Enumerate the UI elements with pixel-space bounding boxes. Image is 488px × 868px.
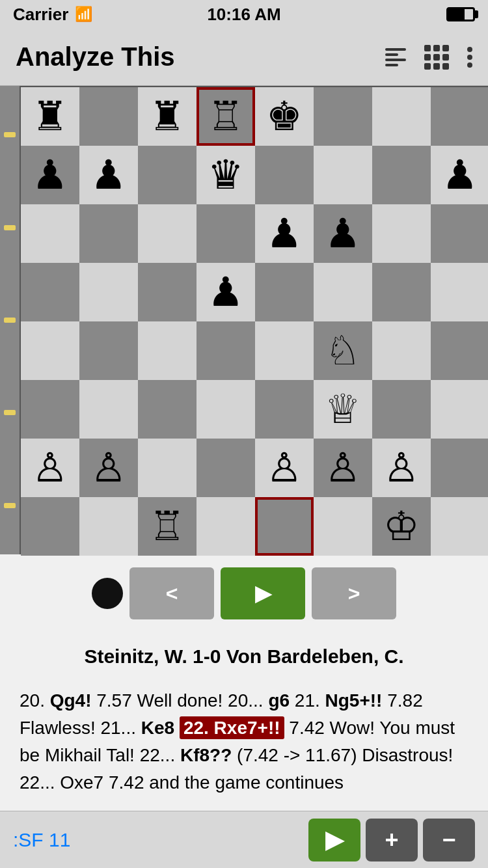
piece-f6: ♟ <box>325 213 361 254</box>
cell-d3[interactable] <box>197 380 255 439</box>
cell-g1[interactable]: ♔ <box>372 497 431 556</box>
cell-c4[interactable] <box>138 321 197 380</box>
cell-c5[interactable] <box>138 263 197 321</box>
grid-view-button[interactable] <box>424 45 449 70</box>
cell-e2[interactable]: ♙ <box>255 439 314 497</box>
cell-e6[interactable]: ♟ <box>255 204 314 263</box>
sidebar-mark-3 <box>4 318 16 323</box>
cell-d5[interactable]: ♟ <box>197 263 255 321</box>
cell-a2[interactable]: ♙ <box>21 439 79 497</box>
cell-f6[interactable]: ♟ <box>314 204 372 263</box>
cell-f5[interactable] <box>314 263 372 321</box>
cell-c8[interactable]: ♜ <box>138 87 197 146</box>
wifi-icon: 📶 <box>75 6 92 23</box>
sf-link[interactable]: :SF 11 <box>13 829 70 851</box>
cell-d8[interactable]: ♖ <box>197 87 255 146</box>
piece-d5: ♟ <box>208 272 244 312</box>
cell-a1[interactable] <box>21 497 79 556</box>
cell-d1[interactable] <box>197 497 255 556</box>
cell-f7[interactable] <box>314 146 372 204</box>
cell-c2[interactable] <box>138 439 197 497</box>
piece-f4: ♘ <box>325 331 361 371</box>
nav-icons <box>385 45 472 70</box>
cell-g8[interactable] <box>372 87 431 146</box>
cell-b6[interactable] <box>79 204 138 263</box>
cell-g4[interactable] <box>372 321 431 380</box>
cell-h8[interactable] <box>431 87 488 146</box>
piece-d7: ♛ <box>208 155 244 195</box>
cell-g5[interactable] <box>372 263 431 321</box>
list-view-button[interactable] <box>385 48 406 66</box>
bottom-bar: :SF 11 ▶ + − <box>0 811 488 868</box>
bottom-play-button[interactable]: ▶ <box>308 819 360 861</box>
cell-a7[interactable]: ♟ <box>21 146 79 204</box>
cell-h1[interactable] <box>431 497 488 556</box>
cell-c7[interactable] <box>138 146 197 204</box>
cell-a5[interactable] <box>21 263 79 321</box>
cell-a3[interactable] <box>21 380 79 439</box>
cell-e8[interactable]: ♚ <box>255 87 314 146</box>
piece-f3: ♕ <box>325 389 361 429</box>
piece-b7: ♟ <box>90 155 127 195</box>
cell-h6[interactable] <box>431 204 488 263</box>
cell-d4[interactable] <box>197 321 255 380</box>
cell-g2[interactable]: ♙ <box>372 439 431 497</box>
cell-d7[interactable]: ♛ <box>197 146 255 204</box>
piece-a8: ♜ <box>32 96 68 137</box>
piece-g2: ♙ <box>383 448 420 488</box>
cell-h5[interactable] <box>431 263 488 321</box>
cell-d2[interactable] <box>197 439 255 497</box>
sidebar-mark-5 <box>4 503 16 508</box>
cell-b8[interactable] <box>79 87 138 146</box>
play-button[interactable]: ▶ <box>221 567 305 619</box>
cell-c1[interactable]: ♖ <box>138 497 197 556</box>
cell-f3[interactable]: ♕ <box>314 380 372 439</box>
status-bar: Carrier 📶 10:16 AM <box>0 0 488 29</box>
cell-b3[interactable] <box>79 380 138 439</box>
chess-board[interactable]: ♜♜♖♚♟♟♛♟♟♟♟♘♕♙♙♙♙♙♖♔ <box>20 86 488 554</box>
piece-e6: ♟ <box>266 213 303 254</box>
more-button[interactable] <box>467 47 472 68</box>
cell-h2[interactable] <box>431 439 488 497</box>
cell-g6[interactable] <box>372 204 431 263</box>
next-move-button[interactable]: > <box>312 567 396 619</box>
cell-e3[interactable] <box>255 380 314 439</box>
cell-f8[interactable] <box>314 87 372 146</box>
bottom-plus-button[interactable]: + <box>366 819 418 861</box>
piece-a2: ♙ <box>32 448 68 488</box>
cell-g7[interactable] <box>372 146 431 204</box>
sidebar-mark-1 <box>4 132 16 137</box>
cell-b5[interactable] <box>79 263 138 321</box>
cell-f4[interactable]: ♘ <box>314 321 372 380</box>
cell-b2[interactable]: ♙ <box>79 439 138 497</box>
cell-e5[interactable] <box>255 263 314 321</box>
cell-e7[interactable] <box>255 146 314 204</box>
cell-d6[interactable] <box>197 204 255 263</box>
cell-b4[interactable] <box>79 321 138 380</box>
cell-a6[interactable] <box>21 204 79 263</box>
list-icon <box>385 48 406 66</box>
cell-a4[interactable] <box>21 321 79 380</box>
cell-f1[interactable] <box>314 497 372 556</box>
cell-h3[interactable] <box>431 380 488 439</box>
analysis-content: 20. Qg4! 7.57 Well done! 20... g6 21. Ng… <box>20 690 455 793</box>
piece-h7: ♟ <box>442 155 478 195</box>
prev-move-button[interactable]: < <box>129 567 214 619</box>
cell-h4[interactable] <box>431 321 488 380</box>
bottom-minus-button[interactable]: − <box>423 819 475 861</box>
cell-h7[interactable]: ♟ <box>431 146 488 204</box>
cell-e1[interactable] <box>255 497 314 556</box>
grid-icon <box>424 45 449 70</box>
cell-e4[interactable] <box>255 321 314 380</box>
piece-c8: ♜ <box>149 96 185 137</box>
cell-b7[interactable]: ♟ <box>79 146 138 204</box>
cell-c3[interactable] <box>138 380 197 439</box>
cell-b1[interactable] <box>79 497 138 556</box>
cell-f2[interactable]: ♙ <box>314 439 372 497</box>
cell-g3[interactable] <box>372 380 431 439</box>
carrier-label: Carrier <box>13 5 68 25</box>
cell-a8[interactable]: ♜ <box>21 87 79 146</box>
cell-c6[interactable] <box>138 204 197 263</box>
piece-a7: ♟ <box>32 155 68 195</box>
piece-e8: ♚ <box>266 96 303 137</box>
